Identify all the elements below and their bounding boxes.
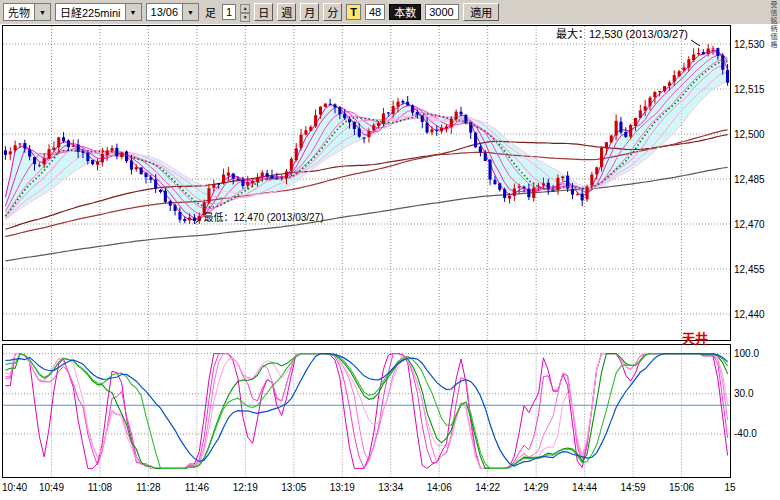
candle-body — [18, 143, 21, 144]
candle-body — [430, 129, 433, 132]
candle-body — [658, 91, 661, 92]
candle-body — [300, 135, 303, 148]
candle-body — [401, 101, 404, 103]
candle-body — [207, 188, 210, 202]
candle-body — [615, 121, 618, 136]
candle-body — [498, 183, 501, 189]
candle-body — [523, 187, 526, 188]
candle-body — [14, 145, 17, 150]
candle-body — [329, 104, 332, 105]
candle-body — [663, 86, 666, 91]
candle-body — [600, 148, 603, 167]
candle-body — [537, 186, 540, 187]
candle-body — [290, 159, 293, 171]
candle-body — [270, 176, 273, 178]
price-axis-label: 12,440 — [734, 309, 765, 320]
candle-body — [183, 219, 186, 221]
interval-value-box[interactable]: 1 — [222, 4, 236, 20]
period-day-button[interactable]: 日 — [254, 3, 273, 21]
instrument-type-select[interactable]: 先物 ▼ — [3, 3, 51, 21]
candle-body — [489, 160, 492, 180]
candle-body — [309, 127, 312, 131]
candle-body — [237, 179, 240, 180]
spin-down-icon[interactable]: ▼ — [240, 13, 250, 22]
spin-up-icon[interactable]: ▲ — [240, 4, 250, 13]
candle-body — [513, 189, 516, 196]
candle-body — [135, 167, 138, 169]
candle-body — [164, 191, 167, 202]
apply-button[interactable]: 適用 — [463, 3, 499, 21]
chart-canvas[interactable]: 12,53012,51512,50012,48512,47012,45512,4… — [0, 0, 780, 500]
time-axis-label: 11:08 — [88, 482, 113, 493]
candle-body — [576, 194, 579, 195]
candle-body — [624, 132, 627, 137]
period-minute-button[interactable]: 分 — [323, 3, 342, 21]
candle-body — [193, 218, 196, 221]
time-axis-label: 12:19 — [233, 482, 258, 493]
time-axis-labels: 10:4010:4911:0811:2811:4612:1913:0513:19… — [2, 482, 736, 493]
trading-app-window: 先物 ▼ 日経225mini ▼ 13/06 ▼ 足 1 ▲▼ 日 週 月 分 … — [0, 0, 780, 500]
candle-body — [67, 141, 70, 148]
candle-body — [474, 133, 477, 148]
candle-body — [503, 189, 506, 198]
candle-body — [508, 196, 511, 199]
interval-stepper[interactable]: ▲▼ — [240, 4, 250, 20]
max-annotation: 最大：12,530 (2013/03/27) — [556, 27, 688, 40]
candle-body — [479, 147, 482, 153]
candle-body — [169, 201, 172, 206]
candle-body — [542, 183, 545, 185]
candle-body — [653, 92, 656, 97]
period-month-button[interactable]: 月 — [300, 3, 319, 21]
candle-body — [571, 189, 574, 195]
candle-body — [154, 180, 157, 189]
candle-body — [72, 145, 75, 146]
candle-body — [377, 123, 380, 126]
time-axis-label: 14:29 — [524, 482, 549, 493]
candle-body — [668, 83, 671, 86]
candle-body — [314, 115, 317, 126]
candle-body — [644, 106, 647, 110]
candle-body — [363, 138, 366, 139]
candle-body — [726, 70, 729, 83]
candle-body — [285, 171, 288, 178]
candle-body — [86, 153, 89, 162]
candle-body — [445, 127, 448, 129]
contract-month-select[interactable]: 13/06 ▼ — [146, 3, 200, 21]
candle-body — [266, 173, 269, 176]
candle-body — [353, 122, 356, 129]
symbol-select[interactable]: 日経225mini ▼ — [55, 3, 142, 21]
candle-body — [111, 148, 114, 150]
tick-count-box[interactable]: 48 — [365, 4, 385, 20]
period-week-button[interactable]: 週 — [277, 3, 296, 21]
candle-body — [174, 205, 177, 211]
candle-body — [450, 119, 453, 127]
candle-body — [333, 104, 336, 107]
candle-body — [251, 181, 254, 183]
time-axis-label: 14:59 — [621, 482, 646, 493]
oscillator-lines — [3, 354, 730, 469]
candle-body — [610, 136, 613, 143]
candle-body — [634, 118, 637, 126]
candle-body — [697, 53, 700, 54]
candle-body — [435, 130, 438, 131]
candle-body — [527, 189, 530, 197]
candle-body — [358, 129, 361, 137]
chevron-down-icon[interactable]: ▼ — [125, 4, 141, 20]
candle-body — [295, 148, 298, 160]
bar-count-label: 本数 — [389, 4, 421, 20]
candle-body — [595, 167, 598, 174]
tick-mode-button[interactable]: T — [346, 4, 361, 20]
price-axis-labels: 12,53012,51512,50012,48512,47012,45512,4… — [734, 39, 765, 320]
candle-body — [590, 175, 593, 186]
symbol-value: 日経225mini — [56, 4, 125, 20]
candle-body — [232, 174, 235, 179]
candle-body — [547, 183, 550, 190]
chevron-down-icon[interactable]: ▼ — [34, 4, 50, 20]
candle-body — [33, 157, 36, 164]
candle-body — [707, 49, 710, 54]
candle-body — [712, 49, 715, 50]
candle-body — [140, 168, 143, 175]
candle-body — [421, 115, 424, 122]
bar-count-input[interactable]: 3000 — [425, 4, 459, 20]
chevron-down-icon[interactable]: ▼ — [182, 4, 198, 20]
